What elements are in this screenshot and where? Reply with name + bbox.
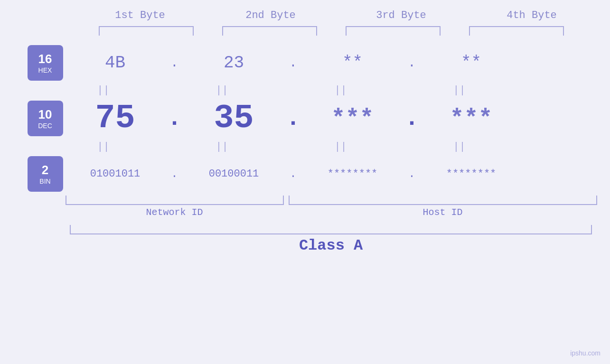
- byte-label-3: 3rd Byte: [349, 9, 453, 21]
- top-bracket-4: [469, 26, 564, 36]
- host-id-bracket-group: Host ID: [289, 196, 597, 218]
- full-bracket-area: Class A: [25, 225, 609, 254]
- dec-val-1: 75: [68, 100, 163, 137]
- sep-1-1: ||: [56, 84, 151, 96]
- main-container: 1st Byte 2nd Byte 3rd Byte 4th Byte 16 H…: [0, 0, 610, 364]
- network-id-bracket: [66, 196, 284, 205]
- hex-dot-3: .: [400, 56, 424, 70]
- bin-val-3: ********: [305, 168, 400, 180]
- hex-row: 16 HEX 4B . 23 . **: [28, 45, 607, 81]
- bin-row: 2 BIN 01001011 . 00100011 . ********: [28, 156, 607, 192]
- hex-badge-num: 16: [38, 52, 52, 66]
- dec-badge-num: 10: [38, 107, 52, 122]
- dec-badge-label: DEC: [38, 122, 52, 130]
- bin-dot-3: .: [400, 168, 424, 180]
- hex-dot-2: .: [282, 56, 305, 70]
- byte-label-1: 1st Byte: [88, 9, 192, 21]
- bin-badge-num: 2: [42, 163, 48, 177]
- dec-val-2: 35: [187, 100, 282, 137]
- hex-val-4: **: [424, 53, 519, 73]
- sep-2-1: ||: [56, 141, 151, 153]
- byte-labels-row: 1st Byte 2nd Byte 3rd Byte 4th Byte: [75, 9, 597, 21]
- bin-dot-1: .: [163, 168, 187, 180]
- dec-val-4: ***: [424, 105, 519, 132]
- sep-2-4: ||: [412, 141, 507, 153]
- byte-label-2: 2nd Byte: [218, 9, 323, 21]
- sep-1-2: ||: [175, 84, 270, 96]
- dec-row-wrapper: 10 DEC 75 . 35 . ***: [28, 100, 607, 137]
- dec-val-3: ***: [305, 105, 400, 132]
- bin-badge-label: BIN: [39, 177, 50, 185]
- dec-dot-2: .: [282, 105, 305, 132]
- bin-val-2: 00100011: [187, 168, 282, 180]
- bottom-brackets-area: Network ID Host ID: [25, 196, 609, 218]
- hex-dot-1: .: [163, 56, 187, 70]
- dec-values-area: 75 . 35 . *** . ***: [68, 100, 607, 137]
- hex-val-2: 23: [187, 53, 282, 73]
- dec-row: 10 DEC 75 . 35 . ***: [28, 100, 607, 137]
- top-brackets: [75, 26, 597, 36]
- full-bracket: [70, 225, 592, 234]
- watermark: ipshu.com: [570, 349, 601, 357]
- bin-val-4: ********: [424, 168, 519, 180]
- hex-val-3: **: [305, 53, 400, 73]
- sep-row-1: || || || ||: [56, 81, 595, 100]
- sep-2-2: ||: [175, 141, 270, 153]
- host-id-bracket: [289, 196, 597, 205]
- dec-dot-1: .: [163, 105, 187, 132]
- sep-row-2: || || || ||: [56, 137, 595, 156]
- bin-row-wrapper: 2 BIN 01001011 . 00100011 . ********: [28, 156, 607, 192]
- network-id-label: Network ID: [146, 207, 203, 218]
- full-bracket-wrap: Class A: [70, 225, 592, 254]
- bin-values-area: 01001011 . 00100011 . ******** .: [68, 168, 607, 180]
- bin-dot-2: .: [282, 168, 305, 180]
- hex-badge-label: HEX: [38, 66, 52, 74]
- hex-values-area: 4B . 23 . ** . **: [68, 53, 607, 73]
- hex-badge: 16 HEX: [28, 45, 63, 81]
- sep-1-4: ||: [412, 84, 507, 96]
- host-id-label: Host ID: [422, 207, 462, 218]
- hex-row-wrapper: 16 HEX 4B . 23 . **: [28, 45, 607, 81]
- top-bracket-2: [222, 26, 317, 36]
- bin-val-1: 01001011: [68, 168, 163, 180]
- sep-2-3: ||: [293, 141, 388, 153]
- sep-1-3: ||: [293, 84, 388, 96]
- class-label: Class A: [70, 237, 592, 254]
- dec-badge: 10 DEC: [28, 101, 63, 136]
- network-id-bracket-group: Network ID: [66, 196, 284, 218]
- top-bracket-3: [346, 26, 441, 36]
- top-bracket-1: [99, 26, 194, 36]
- byte-label-4: 4th Byte: [479, 9, 584, 21]
- bin-badge: 2 BIN: [28, 156, 63, 192]
- dec-dot-3: .: [400, 105, 424, 132]
- hex-val-1: 4B: [68, 53, 163, 73]
